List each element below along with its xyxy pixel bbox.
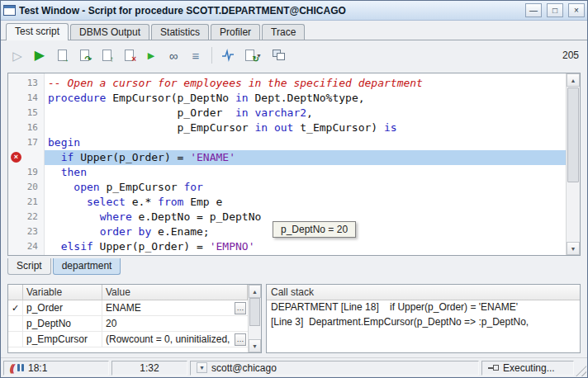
tab-statistics[interactable]: Statistics: [151, 24, 209, 40]
code-line: select e.* from Emp e: [45, 195, 566, 210]
call-stack-header: Call stack: [267, 285, 580, 300]
variable-row[interactable]: ✓p_OrderENAME…: [8, 300, 248, 316]
position-segment: (( 18:1: [3, 361, 109, 376]
variable-name[interactable]: p_Order: [23, 300, 102, 315]
code-line: -- Open a cursor for employees in the sp…: [45, 76, 566, 91]
timer-segment: 1:32: [111, 361, 187, 376]
gutter-line[interactable]: 23: [8, 224, 44, 239]
current-variable-icon: ✓: [8, 300, 23, 315]
window-title: Test Window - Script for procedure SCOTT…: [19, 5, 520, 17]
status-segment: Executing...: [481, 361, 574, 376]
call-stack-panel: Call stack DEPARTMENT [Line 18] if Upper…: [266, 284, 581, 353]
value-column-header: Value: [102, 285, 248, 300]
value-editor-button[interactable]: …: [235, 333, 246, 346]
variable-column-header: Variable: [23, 285, 102, 300]
gutter-line[interactable]: 19: [8, 165, 44, 180]
variable-name[interactable]: p_DeptNo: [23, 316, 102, 331]
toolbar-divider: [211, 47, 212, 64]
tab-profiler[interactable]: Profiler: [211, 24, 260, 40]
step-into-icon[interactable]: →: [52, 45, 72, 65]
gutter-line[interactable]: 17: [8, 135, 44, 150]
variable-value[interactable]: ENAME…: [102, 300, 248, 315]
chevron-down-icon[interactable]: ▼: [197, 362, 207, 373]
gutter-line[interactable]: 21: [8, 195, 44, 210]
code-line: p_Order in varchar2,: [45, 106, 566, 120]
profiler-icon[interactable]: [218, 45, 238, 65]
bottom-panels: Variable Value ✓p_OrderENAME…p_DeptNo20p…: [7, 284, 581, 353]
variable-row[interactable]: p_DeptNo20: [8, 316, 248, 332]
dbms-output-icon[interactable]: ≡: [186, 45, 206, 65]
run-to-exception-icon[interactable]: ▶: [141, 45, 161, 65]
variable-value[interactable]: (Rowcount = 0, uninitialized, …: [102, 332, 248, 347]
pause-icon: [17, 364, 24, 371]
code-line: procedure EmpCursor(p_DeptNo in Dept.Dep…: [45, 91, 566, 106]
resize-grip[interactable]: [576, 366, 586, 376]
error-icon: ×: [11, 152, 21, 163]
gutter-line[interactable]: 16: [8, 120, 44, 135]
window-tab-bar: Scriptdepartment: [7, 258, 581, 276]
variables-grid: Variable Value ✓p_OrderENAME…p_DeptNo20p…: [7, 284, 262, 353]
code-line: begin: [45, 135, 566, 150]
code-line: open p_EmpCursor for: [45, 180, 566, 195]
title-bar: Test Window - Script for procedure SCOTT…: [1, 1, 587, 21]
code-line: elsif Upper(p_Order) = 'EMPNO': [45, 239, 566, 254]
close-button[interactable]: ×: [568, 3, 585, 17]
scroll-thumb[interactable]: [249, 298, 260, 326]
toolbar-icons: ▷▶→↷↑×▶∞≡↻▼: [7, 45, 289, 65]
session-selector[interactable]: ▼ scott@chicago: [190, 361, 479, 376]
tab-bar: Test scriptDBMS OutputStatisticsProfiler…: [1, 21, 587, 40]
gutter-line[interactable]: ×: [8, 150, 44, 165]
execute-icon[interactable]: ▶: [30, 45, 50, 65]
minimize-button[interactable]: —: [525, 3, 542, 17]
scroll-up-icon[interactable]: ▲: [567, 73, 580, 87]
variable-row[interactable]: p_EmpCursor(Rowcount = 0, uninitialized,…: [8, 332, 248, 347]
break-icon[interactable]: ▷: [7, 45, 27, 65]
step-over-icon[interactable]: ↷: [74, 45, 94, 65]
tab-trace[interactable]: Trace: [262, 24, 305, 40]
tab-dbms-output[interactable]: DBMS Output: [70, 24, 149, 40]
maximize-button[interactable]: □: [547, 3, 563, 17]
view-variable-icon[interactable]: ∞: [164, 45, 183, 65]
variable-name[interactable]: p_EmpCursor: [23, 332, 102, 347]
scroll-down-icon[interactable]: ▼: [567, 242, 580, 255]
editor-gutter[interactable]: 1314151617×192021222324: [8, 73, 45, 255]
toolbar-counter: 205: [562, 50, 579, 61]
gutter-line[interactable]: 22: [8, 210, 44, 224]
step-out-icon[interactable]: ↑: [97, 45, 116, 65]
gutter-line[interactable]: 13: [8, 76, 44, 91]
gutter-line[interactable]: 24: [8, 239, 44, 254]
code-line: if Upper(p_Order) = 'ENAME': [45, 150, 566, 165]
call-stack-row[interactable]: DEPARTMENT [Line 18] if Upper(p_Order) =…: [267, 300, 580, 315]
refresh-script-icon[interactable]: ↻▼: [240, 45, 267, 65]
test-window: Test Window - Script for procedure SCOTT…: [0, 0, 588, 378]
elapsed-time: 1:32: [140, 362, 159, 374]
variables-rows: ✓p_OrderENAME…p_DeptNo20p_EmpCursor(Rowc…: [8, 300, 248, 347]
call-stack-row[interactable]: [Line 3] Department.EmpCursor(p_DeptNo =…: [267, 315, 580, 330]
abort-icon[interactable]: ×: [119, 45, 139, 65]
connection-label: scott@chicago: [211, 362, 277, 374]
app-icon: [3, 5, 16, 16]
tab-test-script[interactable]: Test script: [6, 23, 69, 40]
gutter-line[interactable]: 14: [8, 91, 44, 106]
code-editor[interactable]: 1314151617×192021222324 -- Open a cursor…: [7, 73, 581, 256]
current-variable-icon: [8, 332, 23, 347]
variable-value[interactable]: 20: [102, 316, 248, 331]
gutter-line[interactable]: 20: [8, 180, 44, 195]
window-list-icon[interactable]: [269, 45, 289, 65]
editor-scrollbar[interactable]: ▲ ▼: [566, 73, 580, 255]
pin-icon[interactable]: [488, 365, 499, 371]
window-tab-department[interactable]: department: [53, 258, 121, 275]
variables-scrollbar[interactable]: ▲ ▼: [248, 285, 261, 352]
scroll-thumb[interactable]: [567, 87, 579, 182]
cursor-position: 18:1: [28, 362, 47, 374]
toolbar: ▷▶→↷↑×▶∞≡↻▼ 205: [1, 40, 587, 70]
code-line: then: [45, 165, 566, 180]
gutter-line[interactable]: 15: [8, 106, 44, 120]
window-tab-script[interactable]: Script: [7, 258, 51, 275]
scroll-up-icon[interactable]: ▲: [249, 285, 261, 298]
value-editor-button[interactable]: …: [235, 302, 246, 314]
scroll-down-icon[interactable]: ▼: [249, 339, 261, 352]
indicator-column-header: [8, 285, 23, 300]
breakpoint-icon: ((: [9, 362, 14, 374]
variables-header: Variable Value: [8, 285, 248, 300]
